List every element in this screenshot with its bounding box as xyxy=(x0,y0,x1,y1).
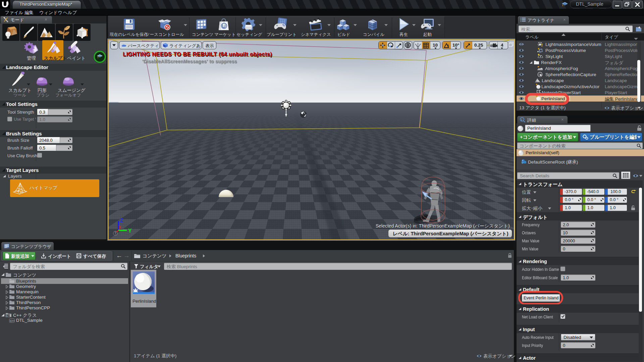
svg-text:C++: C++ xyxy=(7,314,11,317)
svg-text:Z: Z xyxy=(120,218,123,223)
svg-text:X: X xyxy=(118,225,121,230)
svg-text:C++: C++ xyxy=(10,320,14,322)
svg-text:Y: Y xyxy=(128,228,132,234)
svg-text:i: i xyxy=(521,118,522,121)
